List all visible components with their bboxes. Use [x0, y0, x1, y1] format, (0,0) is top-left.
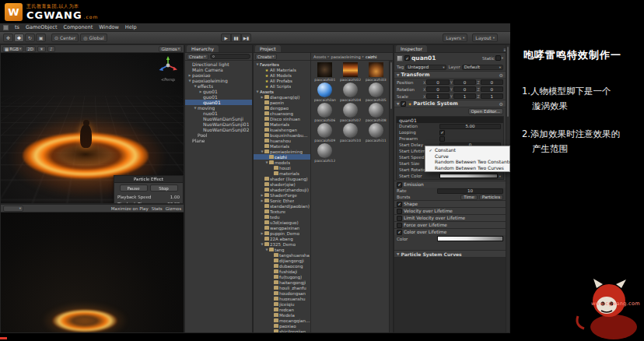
gear-icon[interactable]: ⚙: [499, 72, 503, 78]
hand-tool-button[interactable]: ✥: [3, 33, 13, 42]
tab-inspector[interactable]: Inspector: [396, 45, 427, 52]
asset-thumbnail[interactable]: paocaizhi03: [363, 62, 388, 82]
project-tree-item[interactable]: kuaishengan: [254, 127, 310, 132]
checkbox[interactable]: ✓: [397, 230, 402, 235]
shading-mode-dropdown[interactable]: ▦RGB▾: [2, 46, 23, 52]
project-tree-item[interactable]: ★All Prefabs: [254, 78, 310, 83]
hierarchy-item[interactable]: guo01: [185, 94, 252, 100]
project-tree-item[interactable]: shader (liuguang): [254, 176, 310, 181]
project-tree-item[interactable]: chuansong: [254, 111, 310, 116]
pivot-toggle-button[interactable]: ⊙Center: [51, 33, 79, 42]
inspector-scrollbar[interactable]: [506, 45, 509, 332]
project-tree-item[interactable]: dengpao: [254, 105, 310, 111]
checkbox[interactable]: [397, 216, 402, 221]
asset-thumbnail[interactable]: paocaizhi09: [313, 123, 338, 142]
project-tree-item[interactable]: ▼paoxiaoleiming: [254, 149, 310, 154]
static-toggle[interactable]: Static ▾: [482, 55, 503, 61]
game-toolbar-stats[interactable]: Stats: [152, 206, 163, 211]
game-viewport[interactable]: [1, 213, 184, 332]
foldout-arrow-icon[interactable]: ▼: [397, 252, 399, 256]
particle-system-curves-bar[interactable]: ▼ Particle System Curves: [394, 250, 506, 258]
project-tree-item[interactable]: ★All Models: [254, 72, 310, 78]
rotate-tool-button[interactable]: ↻: [25, 33, 35, 42]
axis-value-field[interactable]: 1: [453, 93, 476, 99]
axis-value-field[interactable]: 0: [453, 86, 476, 92]
game-toolbar-maximize-on-play[interactable]: Maximize on Play: [111, 206, 149, 211]
hierarchy-item[interactable]: ▼paoxiaoleiming: [185, 78, 252, 83]
asset-thumbnail[interactable]: paocaizhi12: [313, 143, 338, 163]
scene-gizmos-dropdown[interactable]: Gizmos▾: [159, 46, 182, 52]
menu-item-gameobject[interactable]: GameObject: [23, 24, 61, 30]
project-tree-item[interactable]: wangpaixinan: [254, 225, 310, 230]
axis-value-field[interactable]: 0: [426, 79, 449, 85]
scale-tool-button[interactable]: ▣: [36, 33, 46, 42]
scene-viewport[interactable]: <Persp Particle Effect Pause Stop Playba…: [1, 53, 184, 203]
project-tree-item[interactable]: tangshuansha: [254, 252, 310, 258]
playback-speed-value[interactable]: 1.00: [170, 195, 180, 199]
ps-module-header[interactable]: ✓Color over Lifetime: [394, 228, 506, 235]
checkbox[interactable]: [439, 136, 445, 142]
project-tree-item[interactable]: shicilongjian: [254, 329, 310, 332]
space-toggle-button[interactable]: ◎Global: [80, 33, 107, 42]
asset-thumbnail[interactable]: paocaizhi08: [363, 103, 388, 122]
asset-thumbnail[interactable]: paocaizhi02: [338, 62, 363, 82]
hierarchy-item[interactable]: NuoWanDanSunji02: [185, 127, 252, 132]
dropdown-option[interactable]: Random Between Two Curves: [425, 165, 509, 171]
project-tree-item[interactable]: fushidaji: [254, 269, 310, 274]
checkbox[interactable]: [397, 209, 402, 214]
project-tree-item[interactable]: redcan: [254, 307, 310, 312]
checkbox[interactable]: ✓: [397, 202, 402, 207]
asset-thumbnail[interactable]: paocaizhilan: [313, 83, 338, 102]
scene-audio-button[interactable]: ♪: [47, 46, 55, 52]
project-tree-item[interactable]: shader(qiw): [254, 181, 310, 187]
rate-value-field[interactable]: 10: [437, 188, 503, 194]
particle-system-component-header[interactable]: ▼ ✓ ✦ Particle System ⚙: [394, 100, 506, 107]
project-tree-item[interactable]: ▶puppin_Demo: [254, 230, 310, 236]
pause-button[interactable]: ▮▮: [231, 33, 241, 42]
checkbox[interactable]: ✓: [439, 130, 445, 135]
particle-stop-button[interactable]: Stop: [150, 185, 178, 192]
asset-thumbnail[interactable]: paocaizhi05: [363, 83, 388, 102]
project-tree-item[interactable]: mocangqiang(ji): [254, 318, 310, 323]
tab-project[interactable]: Project: [255, 45, 281, 52]
transform-component-header[interactable]: ▼ Transform ⚙: [394, 71, 506, 79]
ps-module-header[interactable]: Force over Lifetime: [394, 221, 506, 228]
axis-value-field[interactable]: 1: [426, 93, 449, 99]
project-tree-item[interactable]: houli_zhanfu: [254, 285, 310, 290]
value-field[interactable]: 5.00: [439, 124, 501, 129]
burst-col-particles[interactable]: Particles: [479, 195, 503, 200]
hierarchy-search-input[interactable]: [210, 54, 250, 59]
project-tree-item[interactable]: fu(tugong): [254, 274, 310, 279]
hierarchy-create-button[interactable]: Create▾: [187, 54, 208, 60]
axis-value-field[interactable]: 0: [481, 86, 503, 92]
tag-dropdown[interactable]: Untagged▾: [405, 65, 446, 70]
project-tree-item[interactable]: ▼2325_Demo: [254, 241, 310, 247]
game-toolbar-gizmos[interactable]: Gizmos: [166, 206, 181, 211]
project-tree-item[interactable]: jiceiqiu: [254, 301, 310, 307]
component-enabled-checkbox[interactable]: ✓: [401, 101, 406, 107]
project-tree-item[interactable]: u3d(xiaoguo): [254, 220, 310, 225]
project-tree-item[interactable]: ▼tang: [254, 247, 310, 252]
asset-thumbnail[interactable]: paocaizhi07: [338, 103, 363, 122]
play-button[interactable]: ▶: [221, 33, 231, 42]
project-tree-item[interactable]: ▶Sonic Ether: [254, 198, 310, 203]
step-button[interactable]: ▶▮: [241, 33, 251, 42]
project-tree-item[interactable]: houdongsan: [254, 290, 310, 296]
project-tree-item[interactable]: Medela: [254, 312, 310, 318]
hierarchy-item[interactable]: ▶paoxiao: [185, 72, 252, 78]
hierarchy-item[interactable]: nuo01: [185, 111, 252, 116]
project-scrollbar[interactable]: [389, 61, 393, 332]
axis-value-field[interactable]: 0: [481, 79, 503, 85]
move-tool-button[interactable]: ✚: [14, 33, 24, 42]
project-tree-item[interactable]: shader(zhandouji): [254, 187, 310, 192]
hierarchy-item[interactable]: Plane: [185, 138, 252, 143]
asset-thumbnail[interactable]: paocaizhi06: [313, 103, 338, 122]
project-tree-item[interactable]: ▶dianguang(qi): [254, 94, 310, 100]
ps-module-header[interactable]: ✓Shape: [394, 200, 506, 207]
project-tree-item[interactable]: paoxiao: [254, 323, 310, 329]
static-checkbox[interactable]: [495, 55, 501, 61]
project-tree-item[interactable]: paoxin: [254, 100, 310, 105]
hierarchy-item[interactable]: Directional light: [185, 62, 252, 67]
curves-editor-area[interactable]: [394, 258, 506, 332]
project-tree-item[interactable]: dubaocong: [254, 263, 310, 269]
